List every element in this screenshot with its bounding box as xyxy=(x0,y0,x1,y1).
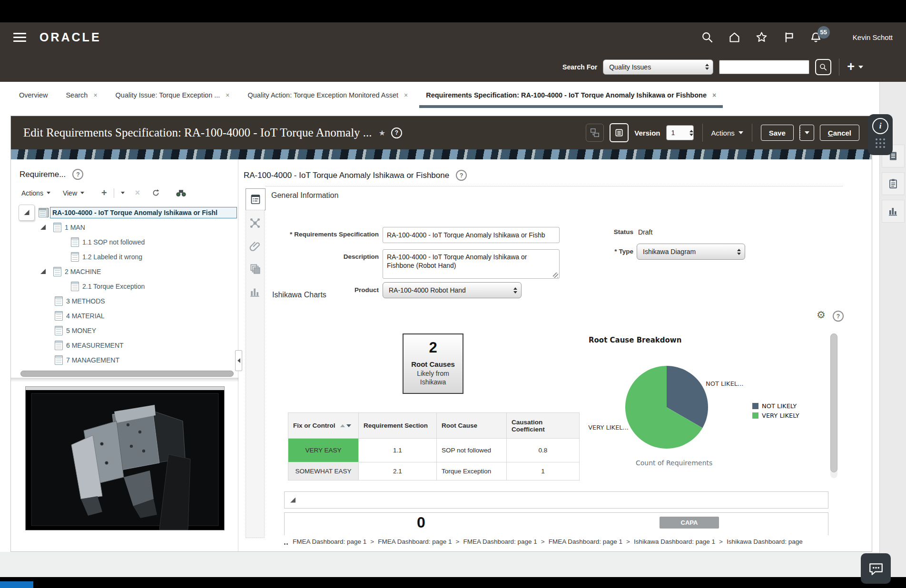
grid-dots-icon[interactable] xyxy=(876,138,885,148)
info-icon[interactable]: i xyxy=(872,118,888,134)
req-spec-input[interactable] xyxy=(383,227,560,243)
legend-item[interactable]: NOT LIKELY xyxy=(752,402,799,410)
bar-chart-icon[interactable] xyxy=(249,285,261,298)
tree-actions-menu[interactable]: Actions xyxy=(21,189,50,197)
chat-button[interactable] xyxy=(861,553,891,584)
find-binoculars-icon[interactable] xyxy=(176,188,187,197)
tasks-panel-button[interactable] xyxy=(882,172,905,195)
tab-search[interactable]: Search× xyxy=(66,82,97,108)
column-header-requirement-section[interactable]: Requirement Section xyxy=(359,413,437,439)
root-cause-cell[interactable]: SOP not followed xyxy=(437,439,507,462)
add-menu-caret-icon[interactable] xyxy=(121,192,125,194)
tab-general-information[interactable] xyxy=(246,188,266,210)
trail-link[interactable]: Ishikawa Dashboard: page xyxy=(727,538,803,545)
global-search-input[interactable] xyxy=(719,60,809,74)
description-textarea[interactable]: RA-100-4000 - IoT Torque Anomaly Ishikaw… xyxy=(383,249,560,279)
trail-link[interactable]: FMEA Dashboard: page 1 xyxy=(293,538,366,545)
tree-item[interactable]: 7 MANAGEMENT xyxy=(11,353,238,367)
column-header-root-cause[interactable]: Root Cause xyxy=(437,413,507,439)
tree-item[interactable]: 6 MEASUREMENT xyxy=(11,338,238,353)
table-row[interactable]: SOMEWHAT EASY 2.1 Torque Exception 1 xyxy=(288,462,580,480)
favorites-star-icon[interactable] xyxy=(755,31,768,44)
hamburger-menu-icon[interactable] xyxy=(13,33,26,42)
legend-swatch xyxy=(752,403,758,409)
requirement-section-cell[interactable]: 1.1 xyxy=(359,439,437,462)
fishbone-diagram-icon[interactable] xyxy=(249,217,261,229)
root-cause-cell[interactable]: Torque Exception xyxy=(437,462,507,480)
card-body: Requireme... ? Actions View + × xyxy=(11,159,872,551)
tab-overview[interactable]: Overview xyxy=(19,82,48,108)
fix-or-control-cell[interactable]: SOMEWHAT EASY xyxy=(288,462,359,480)
trail-start-icon[interactable] xyxy=(284,539,288,545)
tree-item[interactable]: 5 MONEY xyxy=(11,323,238,338)
scrollbar-thumb[interactable] xyxy=(20,371,234,377)
tree-item[interactable]: 1.2 Labeled it wrong xyxy=(11,249,238,264)
tab-quality-action[interactable]: Quality Action: Torque Exception Monitor… xyxy=(248,82,408,108)
flag-icon[interactable] xyxy=(782,31,795,44)
refresh-icon[interactable] xyxy=(151,188,160,197)
user-name[interactable]: Kevin Schott xyxy=(853,33,893,41)
product-select[interactable]: RA-100-4000 Robot Hand xyxy=(383,282,522,298)
close-icon[interactable]: × xyxy=(93,91,97,99)
tree-item[interactable]: 2.1 Torque Exception xyxy=(11,279,238,294)
expanded-triangle-icon xyxy=(40,269,46,274)
expanded-triangle-icon xyxy=(24,210,30,215)
root-cause-pie-chart[interactable] xyxy=(625,365,709,449)
tree-item[interactable]: 2 MACHINE xyxy=(11,264,238,279)
chart-vertical-scrollbar[interactable] xyxy=(830,333,837,478)
close-icon[interactable]: × xyxy=(404,91,408,99)
capa-button[interactable]: CAPA xyxy=(660,517,719,529)
home-icon[interactable] xyxy=(728,31,741,44)
trail-link[interactable]: FMEA Dashboard: page 1 xyxy=(378,538,452,545)
notifications-bell[interactable]: 55 xyxy=(809,31,822,44)
help-icon[interactable]: ? xyxy=(833,311,844,322)
tree-item[interactable]: 1 MAN xyxy=(11,220,238,235)
doc-icon xyxy=(55,341,63,350)
tree-item-label: RA-100-4000 - IoT Torque Anomaly Ishikaw… xyxy=(50,207,237,218)
sort-icons[interactable] xyxy=(340,424,351,427)
close-icon[interactable]: × xyxy=(226,91,229,99)
copy-layers-icon[interactable] xyxy=(249,263,261,275)
causation-coefficient-cell[interactable]: 1 xyxy=(507,462,580,480)
tree-horizontal-scrollbar[interactable] xyxy=(20,371,234,377)
type-select[interactable]: Ishikawa Diagram xyxy=(637,244,745,260)
global-search-button[interactable] xyxy=(815,59,831,75)
requirement-section-cell[interactable]: 2.1 xyxy=(359,462,437,480)
close-icon[interactable]: × xyxy=(712,91,716,99)
tree-item-root[interactable]: RA-100-4000 - IoT Torque Anomaly Ishikaw… xyxy=(11,205,238,220)
trail-link[interactable]: FMEA Dashboard: page 1 xyxy=(463,538,537,545)
trail-link[interactable]: FMEA Dashboard: page 1 xyxy=(549,538,622,545)
help-icon[interactable]: ? xyxy=(72,169,83,180)
attachments-paperclip-icon[interactable] xyxy=(249,240,261,252)
column-header-fix-or-control[interactable]: Fix or Control xyxy=(288,413,359,439)
tab-quality-issue[interactable]: Quality Issue: Torque Exception ...× xyxy=(116,82,230,108)
gear-icon[interactable]: ⚙ xyxy=(817,310,826,320)
expand-handle[interactable] xyxy=(19,205,35,221)
magnifier-icon xyxy=(819,62,827,72)
tab-requirements-specification[interactable]: Requirements Specification: RA-100-4000 … xyxy=(426,82,716,108)
quick-create-caret-icon[interactable] xyxy=(858,66,863,69)
quick-create-icon[interactable]: + xyxy=(847,60,855,73)
add-icon[interactable]: + xyxy=(101,187,107,198)
help-icon[interactable]: ? xyxy=(456,170,467,181)
delete-icon[interactable]: × xyxy=(135,188,140,198)
tree-item[interactable]: 1.1 SOP not followed xyxy=(11,235,238,249)
scrollbar-thumb[interactable] xyxy=(830,333,837,472)
causation-coefficient-cell[interactable]: 0.8 xyxy=(507,439,580,462)
tree-item-label: 7 MANAGEMENT xyxy=(66,356,119,364)
search-category-select[interactable]: Quality Issues xyxy=(603,59,713,75)
tree-view-menu[interactable]: View xyxy=(63,189,84,197)
resize-grip-icon[interactable] xyxy=(553,273,558,278)
legend-item[interactable]: VERY LIKELY xyxy=(752,412,799,419)
pie-slice-label: VERY LIKEL... xyxy=(543,424,629,431)
trail-link[interactable]: Ishikawa Dashboard: page 1 xyxy=(634,538,715,545)
panel-collapse-handle[interactable] xyxy=(235,350,242,371)
reports-panel-button[interactable] xyxy=(882,200,905,223)
product-value: RA-100-4000 Robot Hand xyxy=(389,286,466,294)
tree-item[interactable]: 3 METHODS xyxy=(11,294,238,308)
collapsed-section[interactable] xyxy=(284,491,828,509)
table-row[interactable]: VERY EASY 1.1 SOP not followed 0.8 xyxy=(288,439,580,462)
search-icon[interactable] xyxy=(701,31,714,44)
tree-item[interactable]: 4 MATERIAL xyxy=(11,308,238,323)
fix-or-control-cell[interactable]: VERY EASY xyxy=(288,439,359,462)
